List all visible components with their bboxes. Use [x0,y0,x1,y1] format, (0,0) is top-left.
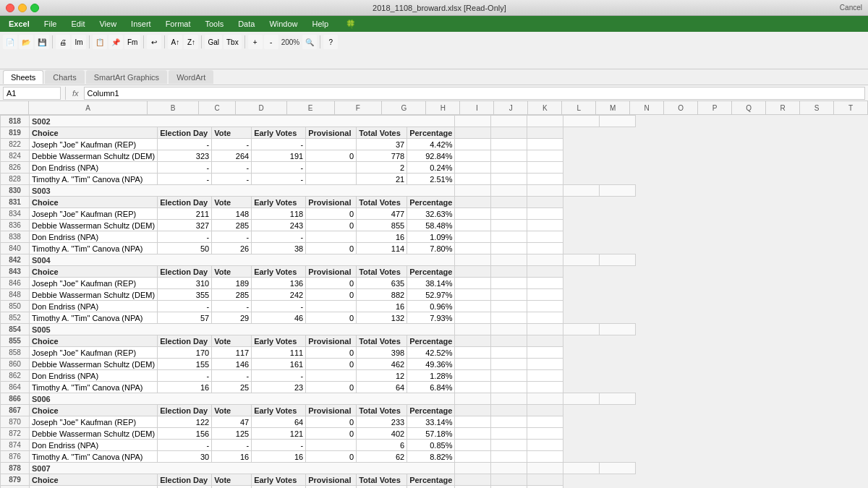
col-header-b[interactable]: B [148,101,198,114]
col-header-s[interactable]: S [800,101,834,114]
table-row[interactable]: 836 Debbie Wasserman Schultz (DEM) 327 2… [1,220,636,231]
paste-button[interactable]: 📌 [109,35,123,49]
sort-za-button[interactable]: Z↑ [184,35,198,49]
col-header-d[interactable]: D [236,101,286,114]
table-row[interactable]: 874 Don Endriss (NPA) - - - 6 0.85% [1,440,636,451]
table-row[interactable]: 843 Choice Election Day Vote Early Votes… [1,266,636,278]
col-header-r[interactable]: R [766,101,800,114]
menu-format[interactable]: Format [163,18,194,30]
print-button[interactable]: 🖨 [56,35,70,49]
table-row[interactable]: 862 Don Endriss (NPA) - - - 12 1.28% [1,370,636,382]
col-header-k[interactable]: K [528,101,562,114]
table-row[interactable]: 867 Choice Election Day Vote Early Votes… [1,405,636,416]
table-row[interactable]: 830 S003 [1,185,636,197]
menu-view[interactable]: View [96,18,119,30]
provisional-val [306,301,357,312]
table-row[interactable]: 878 S007 [1,463,636,474]
table-row[interactable]: 876 Timothy A. "Tim" Canova (NPA) 30 16 … [1,451,636,463]
ribbon-tab-sheets[interactable]: Sheets [3,70,43,84]
undo-button[interactable]: ↩ [147,35,161,49]
table-row[interactable]: 828 Timothy A. "Tim" Canova (NPA) - - - … [1,174,636,185]
help-button[interactable]: ? [323,35,338,49]
col-header-h[interactable]: H [426,101,460,114]
maximize-button[interactable] [30,4,39,12]
menu-data[interactable]: Data [235,18,258,30]
zoom-button[interactable]: 🔍 [302,35,317,49]
table-row[interactable]: 826 Don Endriss (NPA) - - - 2 0.24% [1,162,636,174]
table-row[interactable]: 882 Joseph "Joe" Kaufman (REP) 115 110 8… [1,486,636,489]
name-box[interactable] [3,87,61,100]
close-button[interactable] [6,4,14,12]
format-button[interactable]: Fm [124,35,140,49]
table-row[interactable]: 818 S002 [1,116,636,127]
menu-insert[interactable]: Insert [128,18,154,30]
table-row[interactable]: 879 Choice Election Day Vote Early Votes… [1,474,636,486]
col-header-a[interactable]: A [29,101,148,114]
menu-tools[interactable]: Tools [202,18,226,30]
col-header-i[interactable]: I [460,101,494,114]
copy-button[interactable]: 📋 [93,35,107,49]
zoom-out-button[interactable]: - [264,35,278,49]
table-row[interactable]: 819 Choice Election Day Vote Early Votes… [1,127,636,139]
table-row[interactable]: 866 S006 [1,393,636,405]
col-header-e[interactable]: E [287,101,335,114]
table-row[interactable]: 864 Timothy A. "Tim" Canova (NPA) 16 25 … [1,382,636,393]
new-button[interactable]: 📄 [3,35,17,49]
sort-az-button[interactable]: A↑ [168,35,182,49]
col-header-g[interactable]: G [382,101,426,114]
table-row[interactable]: 824 Debbie Wasserman Schultz (DEM) 323 2… [1,150,636,162]
col-header-j[interactable]: J [494,101,528,114]
table-row[interactable]: 842 S004 [1,254,636,266]
menu-file[interactable]: File [41,18,60,30]
table-row[interactable]: 852 Timothy A. "Tim" Canova (NPA) 57 29 … [1,312,636,324]
table-row[interactable]: 838 Don Endriss (NPA) - - - 16 1.09% [1,231,636,243]
ribbon-tab-wordart[interactable]: WordArt [169,70,213,84]
table-row[interactable]: 831 Choice Election Day Vote Early Votes… [1,197,636,208]
table-row[interactable]: 846 Joseph "Joe" Kaufman (REP) 310 189 1… [1,278,636,289]
cancel-label[interactable]: Cancel [840,4,862,12]
table-row[interactable]: 848 Debbie Wasserman Schultz (DEM) 355 2… [1,289,636,301]
table-row[interactable]: 870 Joseph "Joe" Kaufman (REP) 122 47 64… [1,416,636,428]
row-number: 864 [1,382,30,393]
table-row[interactable]: 822 Joseph "Joe" Kaufman (REP) - - - 37 … [1,139,636,150]
col-header-m[interactable]: M [596,101,630,114]
table-row[interactable]: 850 Don Endriss (NPA) - - - 16 0.96% [1,301,636,312]
ribbon-tab-smartart[interactable]: SmartArt Graphics [86,70,167,84]
menu-edit[interactable]: Edit [68,18,88,30]
vote-val: - [212,231,252,243]
candidate-name: Don Endriss (NPA) [30,162,158,174]
table-row[interactable]: 858 Joseph "Joe" Kaufman (REP) 170 117 1… [1,347,636,359]
formula-input[interactable] [84,87,865,100]
col-header-o[interactable]: O [664,101,698,114]
table-row[interactable]: 834 Joseph "Joe" Kaufman (REP) 211 148 1… [1,208,636,220]
col-header-p[interactable]: P [698,101,732,114]
col-early-votes: Early Votes [252,405,306,416]
gallery-button[interactable]: Gal [205,35,222,49]
menu-help[interactable]: Help [310,18,332,30]
col-header-q[interactable]: Q [732,101,766,114]
menu-window[interactable]: Window [266,18,300,30]
col-header-t[interactable]: T [834,101,868,114]
table-row[interactable]: 840 Timothy A. "Tim" Canova (NPA) 50 26 … [1,243,636,254]
col-election-day: Election Day [158,474,212,486]
table-row[interactable]: 872 Debbie Wasserman Schultz (DEM) 156 1… [1,428,636,440]
grid-container[interactable]: 818 S002 819 Choice Election Day Vote Ea… [0,115,868,488]
ribbon-tab-charts[interactable]: Charts [45,70,84,84]
table-row[interactable]: 854 S005 [1,324,636,335]
col-header-n[interactable]: N [630,101,664,114]
col-header-l[interactable]: L [562,101,596,114]
col-header-f[interactable]: F [335,101,383,114]
menu-excel[interactable]: Excel [6,18,33,30]
vote-val: 146 [212,359,252,370]
toolbox-button[interactable]: Tbx [224,35,242,49]
open-button[interactable]: 📂 [19,35,33,49]
row-number: 826 [1,162,30,174]
zoom-in-button[interactable]: + [248,35,263,49]
col-total-votes: Total Votes [357,335,407,347]
table-row[interactable]: 855 Choice Election Day Vote Early Votes… [1,335,636,347]
save-button[interactable]: 💾 [35,35,49,49]
minimize-button[interactable] [18,4,27,12]
import-button[interactable]: Im [72,35,86,49]
col-header-c[interactable]: C [199,101,237,114]
table-row[interactable]: 860 Debbie Wasserman Schultz (DEM) 155 1… [1,359,636,370]
